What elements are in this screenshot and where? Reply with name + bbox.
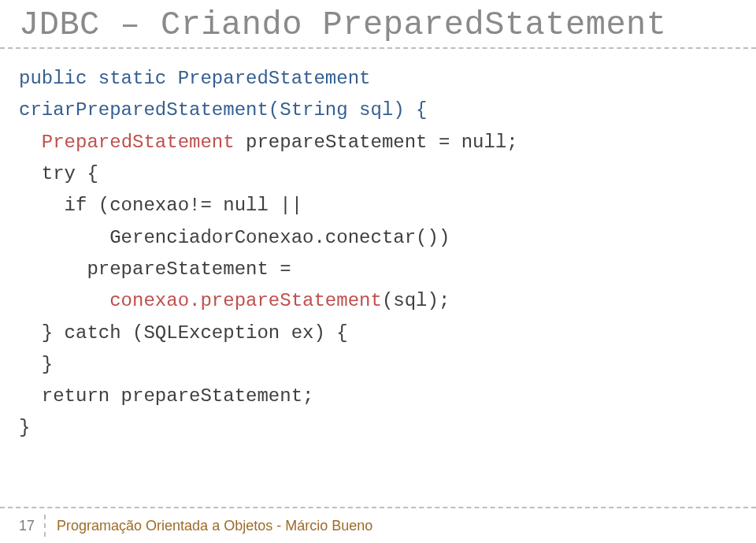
code-line-call: conexao.prepareStatement <box>109 290 382 311</box>
code-block: public static PreparedStatement criarPre… <box>0 63 756 444</box>
code-line-9: } catch (SQLException ex) { <box>19 322 348 344</box>
code-line-4: try { <box>19 163 98 184</box>
code-line-3b: prepareStatement = null; <box>235 132 518 153</box>
code-line-6: GerenciadorConexao.conectar()) <box>19 227 450 248</box>
footer: 17 Programação Orientada a Objetos - Már… <box>0 508 756 543</box>
code-line-10: } <box>19 354 53 375</box>
code-line-type: PreparedStatement <box>42 132 235 153</box>
title-separator <box>0 47 756 49</box>
page-number: 17 <box>19 518 35 534</box>
code-line-8b: (sql); <box>382 290 450 311</box>
slide-title: JDBC – Criando PreparedStatement <box>0 0 756 47</box>
code-line-5: if (conexao!= null || <box>19 195 302 216</box>
code-line-1a: public static PreparedStatement <box>19 68 370 89</box>
code-line-11: return prepareStatement; <box>19 385 313 407</box>
footer-text: Programação Orientada a Objetos - Márcio… <box>57 518 372 534</box>
code-line-7: prepareStatement = <box>19 258 291 280</box>
code-line-1b: criarPreparedStatement(String sql) { <box>19 99 427 121</box>
code-line-12: } <box>19 417 30 438</box>
